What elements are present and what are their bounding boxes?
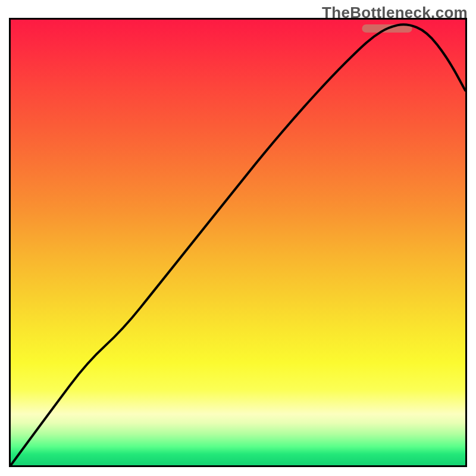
chart-frame <box>9 18 467 467</box>
chart-canvas <box>11 20 465 465</box>
watermark-text: TheBottleneck.com <box>322 4 468 22</box>
chart-background <box>11 20 465 465</box>
page: TheBottleneck.com <box>0 0 476 476</box>
